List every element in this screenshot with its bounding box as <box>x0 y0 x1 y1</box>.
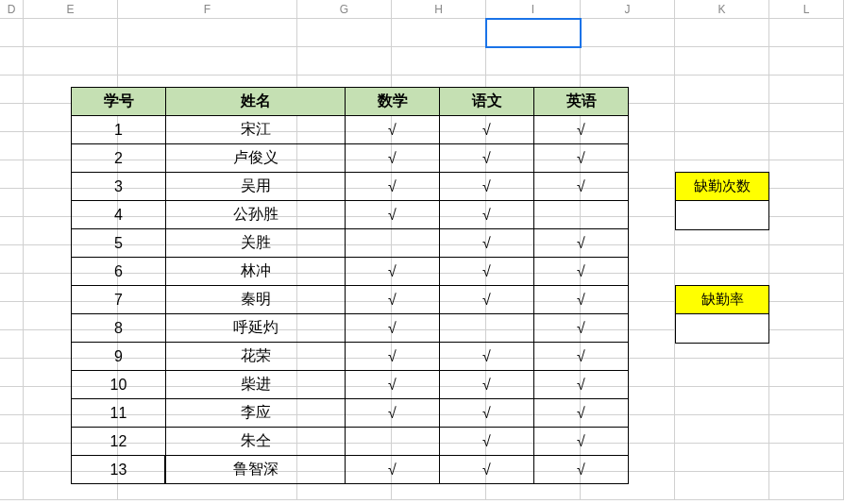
grid-cell[interactable] <box>392 19 486 47</box>
grid-cell[interactable] <box>769 444 844 472</box>
grid-cell[interactable] <box>769 302 844 330</box>
cell-chinese[interactable]: √ <box>440 371 534 399</box>
cell-id[interactable]: 12 <box>72 428 166 456</box>
grid-cell[interactable] <box>0 132 24 160</box>
col-header-G[interactable]: G <box>297 0 392 19</box>
col-header-K[interactable]: K <box>675 0 769 19</box>
grid-cell[interactable] <box>0 444 24 472</box>
cell-english[interactable]: √ <box>534 258 629 286</box>
grid-cell[interactable] <box>769 359 844 387</box>
grid-cell[interactable] <box>675 415 769 444</box>
cell-chinese[interactable]: √ <box>440 399 534 428</box>
cell-name[interactable]: 关胜 <box>166 229 346 258</box>
cell-math[interactable]: √ <box>346 371 440 399</box>
cell-chinese[interactable]: √ <box>440 144 534 173</box>
cell-english[interactable]: √ <box>534 399 629 428</box>
cell-math[interactable]: √ <box>346 286 440 314</box>
grid-cell[interactable] <box>769 415 844 444</box>
cell-math[interactable]: √ <box>346 314 440 343</box>
cell-math[interactable] <box>346 229 440 258</box>
grid-cell[interactable] <box>486 47 581 76</box>
col-header-I[interactable]: I <box>486 0 581 19</box>
cell-chinese[interactable]: √ <box>440 258 534 286</box>
cell-chinese[interactable]: √ <box>440 116 534 144</box>
grid-cell[interactable] <box>0 330 24 359</box>
cell-name[interactable]: 柴进 <box>166 371 346 399</box>
grid-cell[interactable] <box>769 132 844 160</box>
grid-cell[interactable] <box>769 330 844 359</box>
header-math[interactable]: 数学 <box>346 88 440 116</box>
col-header-J[interactable]: J <box>581 0 675 19</box>
cell-chinese[interactable]: √ <box>440 173 534 201</box>
grid-cell[interactable] <box>769 189 844 217</box>
cell-name[interactable]: 公孙胜 <box>166 201 346 229</box>
cell-name[interactable]: 朱仝 <box>166 428 346 456</box>
cell-english[interactable]: √ <box>534 456 629 484</box>
header-chinese[interactable]: 语文 <box>440 88 534 116</box>
grid-cell[interactable] <box>118 19 297 47</box>
cell-english[interactable]: √ <box>534 229 629 258</box>
cell-id[interactable]: 3 <box>72 173 166 201</box>
cell-name[interactable]: 宋江 <box>166 116 346 144</box>
cell-name[interactable]: 秦明 <box>166 286 346 314</box>
cell-math[interactable]: √ <box>346 456 440 484</box>
grid-cell[interactable] <box>0 415 24 444</box>
grid-cell[interactable] <box>675 104 769 132</box>
cell-name[interactable]: 卢俊义 <box>166 144 346 173</box>
cell-english[interactable]: √ <box>534 286 629 314</box>
absence-count-label[interactable]: 缺勤次数 <box>676 173 768 201</box>
grid-cell[interactable] <box>0 76 24 104</box>
cell-math[interactable]: √ <box>346 116 440 144</box>
cell-name[interactable]: 呼延灼 <box>166 314 346 343</box>
cell-id[interactable]: 5 <box>72 229 166 258</box>
grid-cell[interactable] <box>675 444 769 472</box>
grid-cell[interactable] <box>297 47 392 76</box>
cell-math[interactable]: √ <box>346 399 440 428</box>
cell-english[interactable]: √ <box>534 144 629 173</box>
grid-cell[interactable] <box>675 359 769 387</box>
cell-id[interactable]: 2 <box>72 144 166 173</box>
grid-cell[interactable] <box>0 19 24 47</box>
cell-chinese[interactable] <box>440 314 534 343</box>
cell-chinese[interactable]: √ <box>440 456 534 484</box>
cell-name[interactable]: 花荣 <box>166 343 346 371</box>
header-english[interactable]: 英语 <box>534 88 629 116</box>
cell-id[interactable]: 10 <box>72 371 166 399</box>
grid-cell[interactable] <box>0 160 24 189</box>
grid-cell[interactable] <box>0 472 24 500</box>
cell-math[interactable]: √ <box>346 144 440 173</box>
grid-cell[interactable] <box>675 132 769 160</box>
grid-cell[interactable] <box>769 19 844 47</box>
grid-cell[interactable] <box>769 47 844 76</box>
cell-chinese[interactable]: √ <box>440 343 534 371</box>
cell-name[interactable]: 吴用 <box>166 173 346 201</box>
grid-cell[interactable] <box>24 19 118 47</box>
cell-english[interactable]: √ <box>534 314 629 343</box>
grid-cell[interactable] <box>118 47 297 76</box>
grid-cell[interactable] <box>0 302 24 330</box>
cell-english[interactable]: √ <box>534 428 629 456</box>
cell-math[interactable]: √ <box>346 258 440 286</box>
grid-cell[interactable] <box>0 274 24 302</box>
grid-cell[interactable] <box>297 19 392 47</box>
cell-english[interactable] <box>534 201 629 229</box>
cell-id[interactable]: 11 <box>72 399 166 428</box>
cell-id[interactable]: 9 <box>72 343 166 371</box>
grid-cell[interactable] <box>675 472 769 500</box>
header-name[interactable]: 姓名 <box>166 88 346 116</box>
grid-cell[interactable] <box>581 19 675 47</box>
grid-cell[interactable] <box>486 19 581 47</box>
cell-math[interactable]: √ <box>346 173 440 201</box>
grid-cell[interactable] <box>0 217 24 245</box>
cell-name[interactable]: 李应 <box>166 399 346 428</box>
grid-cell[interactable] <box>769 387 844 415</box>
cell-id[interactable]: 4 <box>72 201 166 229</box>
cell-english[interactable]: √ <box>534 173 629 201</box>
grid-cell[interactable] <box>581 47 675 76</box>
grid-cell[interactable] <box>392 47 486 76</box>
cell-math[interactable] <box>346 428 440 456</box>
grid-cell[interactable] <box>675 387 769 415</box>
grid-cell[interactable] <box>0 189 24 217</box>
absence-rate-label[interactable]: 缺勤率 <box>676 286 768 314</box>
cell-english[interactable]: √ <box>534 116 629 144</box>
